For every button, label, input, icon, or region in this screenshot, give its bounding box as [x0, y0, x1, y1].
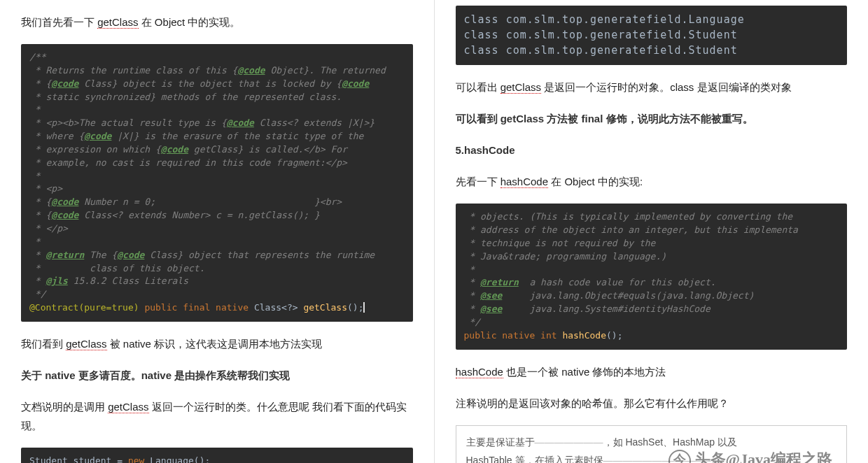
getclass-term: getClass — [108, 401, 148, 413]
hashcode-javadoc-code: * objects. (This is typically implemente… — [456, 204, 848, 349]
text: 先看一下 — [456, 176, 500, 187]
hashcode-desc: 注释说明的是返回该对象的哈希值。那么它有什么作用呢？ — [456, 394, 848, 413]
text: 在 Object 中的实现。 — [139, 16, 241, 28]
output-code: class com.slm.top.generatefield.Language… — [456, 6, 848, 65]
text: 是返回一个运行时的对象。class 是返回编译的类对象 — [541, 81, 792, 93]
quote-box: 主要是保证基于———————，如 HashSet、HashMap 以及 Hash… — [456, 425, 848, 463]
native-paragraph: 我们看到 getClass 被 native 标识，这代表这是调用本地方法实现 — [21, 334, 413, 353]
text: 在 Object 中的实现: — [548, 176, 643, 187]
text: 5. — [456, 144, 465, 156]
hashcode-term: hashCode — [500, 176, 548, 188]
watermark-text: 头条@Java编程之路 — [695, 450, 832, 463]
getclass-term: getClass — [97, 16, 138, 29]
text: 我们首先看一下 — [21, 16, 97, 28]
getclass-term: getClass — [66, 338, 106, 350]
text: 可以看到 — [456, 113, 500, 124]
getclass-term: getClass — [500, 113, 545, 124]
text: 也是一个被 native 修饰的本地方法 — [503, 366, 666, 378]
section-heading: 5.hashCode — [456, 141, 848, 159]
text: 文档说明的是调用 — [21, 401, 108, 413]
final-bold: 可以看到 getClass 方法被 final 修饰，说明此方法不能被重写。 — [456, 109, 848, 128]
hashcode-native-paragraph: hashCode 也是一个被 native 修饰的本地方法 — [456, 362, 848, 381]
getclass-javadoc-code: /** * Returns the runtime class of this … — [21, 44, 413, 322]
watermark: 今 头条@Java编程之路 — [668, 445, 832, 463]
hashcode-intro: 先看一下 hashCode 在 Object 中的实现: — [456, 172, 848, 191]
text: 我们看到 — [21, 338, 66, 350]
student-example-code: Student student = new Language(); System… — [21, 448, 413, 463]
text: 被 native 标识，这代表这是调用本地方法实现 — [107, 338, 323, 350]
text: 方法被 final 修饰，说明此方法不能被重写。 — [544, 113, 752, 124]
intro-paragraph: 我们首先看一下 getClass 在 Object 中的实现。 — [21, 13, 413, 31]
getclass-term: getClass — [500, 81, 541, 94]
right-column: class com.slm.top.generatefield.Language… — [435, 0, 869, 463]
text: HashTable 等，在插入元素时保 — [466, 455, 603, 463]
hashcode-term: hashCode — [456, 366, 503, 378]
doc-paragraph: 文档说明的是调用 getClass 返回一个运行时的类。什么意思呢 我们看下面的… — [21, 397, 413, 435]
native-bold: 关于 native 更多请百度。native 是由操作系统帮我们实现 — [21, 366, 413, 385]
text: 主要是保证基于 — [466, 436, 535, 448]
text: 可以看出 — [456, 81, 500, 93]
left-column: 我们首先看一下 getClass 在 Object 中的实现。 /** * Re… — [0, 0, 435, 463]
watermark-icon: 今 — [668, 450, 691, 463]
output-paragraph: 可以看出 getClass 是返回一个运行时的对象。class 是返回编译的类对… — [456, 78, 848, 97]
hashcode-term: hashCode — [464, 144, 515, 156]
